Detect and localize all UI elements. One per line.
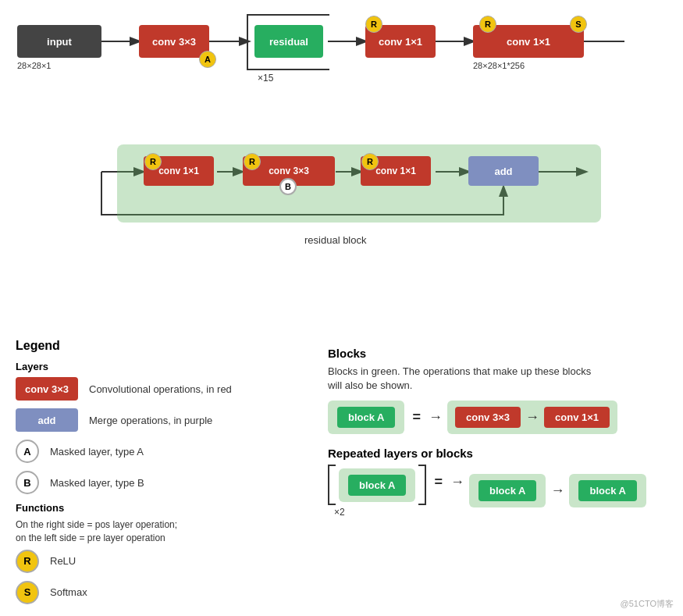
input-dim: 28×28×1 xyxy=(17,61,51,70)
eq-sign-1: = xyxy=(412,409,421,426)
arrow-1: → xyxy=(429,409,443,426)
legend-row-circleB: B Masked layer, type B xyxy=(16,471,312,494)
legend-softmax-desc: Softmax xyxy=(50,586,87,598)
badge-s1: S xyxy=(570,16,587,33)
bracket-left-sym xyxy=(328,465,336,505)
legend-conv-desc: Convolutional operations, in red xyxy=(89,383,232,395)
legend-add-box: add xyxy=(16,408,78,432)
legend-circleB-desc: Masked layer, type B xyxy=(50,477,144,489)
legend-badge-r: R xyxy=(16,550,39,573)
block-a-label: block A xyxy=(337,407,395,428)
repeated-title: Repeated layers or blocks xyxy=(328,447,667,460)
block-a-content: conv 3×3 → conv 1×1 xyxy=(447,401,617,434)
block-a-conv1x1: conv 1×1 xyxy=(544,407,610,428)
arrow-4: → xyxy=(550,482,564,499)
block-a-conv3x3: conv 3×3 xyxy=(455,407,521,428)
legend-row-softmax: S Softmax xyxy=(16,581,312,604)
watermark: @51CTO博客 xyxy=(621,598,674,610)
block-a-diagram: block A = → conv 3×3 → conv 1×1 xyxy=(328,401,667,434)
add-node: add xyxy=(468,156,539,186)
residual-node: residual xyxy=(254,25,323,58)
functions-title: Functions xyxy=(16,502,312,514)
blocks-desc: Blocks in green. The operations that mak… xyxy=(328,365,593,393)
repeated-diagram: block A ×2 = → block A → block A xyxy=(328,465,667,518)
repeated-blocks-eq: block A → block A xyxy=(469,474,646,507)
legend-right: Blocks Blocks in green. The operations t… xyxy=(312,339,667,608)
repeat-eq-block1-bg: block A xyxy=(469,474,546,507)
legend-title: Legend xyxy=(16,339,312,353)
repeat-eq-block2: block A xyxy=(578,480,636,501)
residual-block-label: residual block xyxy=(304,234,367,246)
legend-row-relu: R ReLU xyxy=(16,550,312,573)
legend-area: Legend Layers conv 3×3 Convolutional ope… xyxy=(0,328,683,616)
block-a-bg: block A xyxy=(328,401,404,434)
legend-circleB: B xyxy=(16,471,39,494)
repeat-bracket-row: block A xyxy=(328,465,426,505)
eq-sign-2: = xyxy=(434,474,443,490)
legend-add-desc: Merge operations, in purple xyxy=(89,415,212,426)
blocks-title: Blocks xyxy=(328,347,667,360)
badge-r-b1: R xyxy=(144,153,162,170)
repeat-bracket-wrap: block A ×2 xyxy=(328,465,426,518)
repeat-eq-block1: block A xyxy=(478,480,536,501)
badge-a-top: A xyxy=(199,51,216,68)
arrow-2: → xyxy=(525,409,539,426)
layers-title: Layers xyxy=(16,361,312,372)
legend-left: Legend Layers conv 3×3 Convolutional ope… xyxy=(16,339,312,608)
conv1x1-s-dim: 28×28×1*256 xyxy=(473,61,525,70)
repeat-x2-label: ×2 xyxy=(334,507,345,518)
badge-r2: R xyxy=(479,16,496,33)
repeat-eq-block2-bg: block A xyxy=(569,474,646,507)
conv3x3-top-node: conv 3×3 xyxy=(139,25,209,58)
badge-r-b3: R xyxy=(361,153,379,170)
functions-desc: On the right side = pos layer operation;… xyxy=(16,518,187,545)
badge-r1: R xyxy=(365,16,382,33)
main-diagram: input 28×28×1 conv 3×3 A residual ×15 R … xyxy=(0,0,683,328)
repeat-block-a-label: block A xyxy=(348,475,406,496)
badge-b: B xyxy=(279,178,297,195)
bracket-right-sym xyxy=(418,465,426,505)
legend-row-add: add Merge operations, in purple xyxy=(16,408,312,432)
legend-circleA-desc: Masked layer, type A xyxy=(50,446,144,458)
legend-conv-box: conv 3×3 xyxy=(16,377,78,401)
input-node: input xyxy=(17,25,101,58)
legend-relu-desc: ReLU xyxy=(50,555,76,567)
repeat-block-inner: block A xyxy=(339,468,415,502)
legend-row-conv: conv 3×3 Convolutional operations, in re… xyxy=(16,377,312,401)
repeat-x15: ×15 xyxy=(258,73,273,84)
legend-badge-s: S xyxy=(16,581,39,604)
arrow-3: → xyxy=(450,474,464,490)
legend-circleA: A xyxy=(16,440,39,463)
badge-r-b2: R xyxy=(244,153,261,170)
legend-row-circleA: A Masked layer, type A xyxy=(16,440,312,463)
